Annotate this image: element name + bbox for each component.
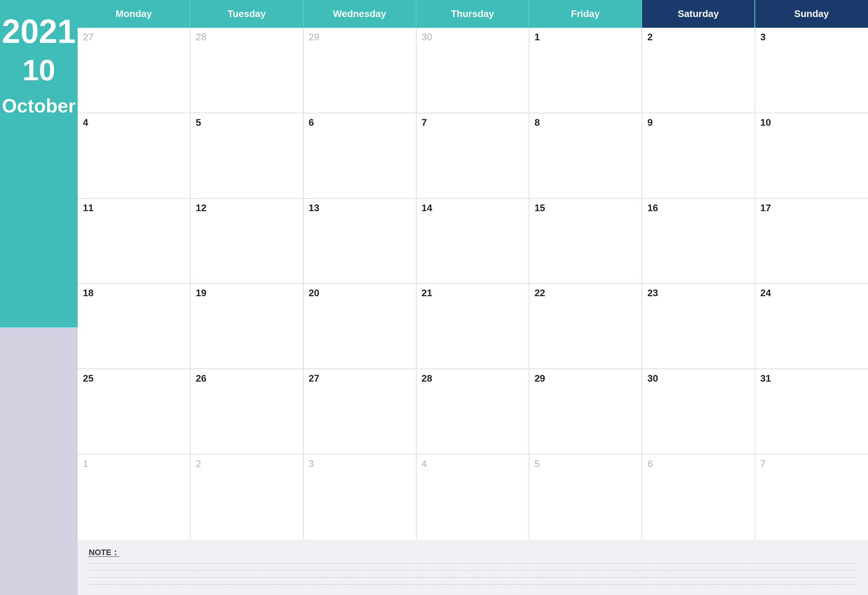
calendar-day-cell[interactable]: 11 [78,199,190,283]
day-number: 27 [309,373,411,384]
calendar-day-cell[interactable]: 24 [755,283,868,369]
calendar-day-cell[interactable]: 23 [642,283,755,369]
sidebar: 2021 10 October [0,0,78,595]
calendar-day-cell[interactable]: 4 [416,455,529,539]
calendar-day-cell[interactable]: 6 [304,113,416,198]
calendar-day-cell[interactable]: 3 [755,28,868,113]
calendar-day-cell[interactable]: 28 [416,369,529,454]
day-number: 3 [760,31,863,43]
header-cell-wednesday: Wednesday [304,0,416,28]
day-number: 22 [534,287,636,299]
day-number: 8 [534,117,636,128]
day-number: 23 [647,287,749,299]
calendar-day-cell[interactable]: 7 [755,455,868,539]
calendar-day-cell[interactable]: 26 [190,369,303,454]
note-label: NOTE： [89,547,857,558]
calendar-day-cell[interactable]: 10 [755,113,868,198]
header-cell-saturday: Saturday [642,0,755,28]
calendar-day-cell[interactable]: 2 [190,455,303,539]
header-cell-friday: Friday [529,0,642,28]
calendar-day-cell[interactable]: 1 [529,28,642,113]
day-number: 4 [422,458,524,470]
day-number: 19 [196,287,298,299]
day-number: 29 [309,31,411,43]
calendar-day-cell[interactable]: 6 [642,455,755,539]
calendar-day-cell[interactable]: 27 [304,369,416,454]
header-cell-monday: Monday [78,0,190,28]
week-row-2: 45678910 [78,113,868,199]
day-number: 7 [422,117,524,128]
calendar-day-cell[interactable]: 31 [755,369,868,454]
calendar-day-cell[interactable]: 15 [529,199,642,283]
calendar-day-cell[interactable]: 8 [529,113,642,198]
day-number: 5 [196,117,298,128]
calendar-day-cell[interactable]: 3 [304,455,416,539]
note-line-2 [89,570,857,571]
calendar-day-cell[interactable]: 7 [416,113,529,198]
calendar-day-cell[interactable]: 30 [642,369,755,454]
calendar-day-cell[interactable]: 29 [529,369,642,454]
day-number: 31 [760,373,863,384]
calendar-header: MondayTuesdayWednesdayThursdayFridaySatu… [78,0,868,28]
day-number: 6 [309,117,411,128]
calendar-day-cell[interactable]: 2 [642,28,755,113]
calendar-day-cell[interactable]: 29 [304,28,416,113]
note-section: NOTE： [78,539,868,595]
day-number: 20 [309,287,411,299]
day-number: 24 [760,287,863,299]
note-line-4 [89,584,857,585]
calendar-day-cell[interactable]: 16 [642,199,755,283]
day-number: 2 [647,31,749,43]
calendar-day-cell[interactable]: 27 [78,28,190,113]
calendar-day-cell[interactable]: 14 [416,199,529,283]
day-number: 2 [196,458,298,470]
calendar-day-cell[interactable]: 22 [529,283,642,369]
calendar-day-cell[interactable]: 1 [78,455,190,539]
calendar-day-cell[interactable]: 17 [755,199,868,283]
day-number: 13 [309,202,411,214]
day-number: 30 [422,31,524,43]
calendar-day-cell[interactable]: 9 [642,113,755,198]
weeks-container: 2728293012345678910111213141516171819202… [78,28,868,539]
sidebar-day-number: 10 [22,56,56,85]
calendar-day-cell[interactable]: 5 [190,113,303,198]
day-number: 18 [83,287,185,299]
day-number: 27 [83,31,185,43]
calendar-day-cell[interactable]: 12 [190,199,303,283]
header-cell-tuesday: Tuesday [190,0,303,28]
day-number: 16 [647,202,749,214]
day-number: 21 [422,287,524,299]
day-number: 1 [83,458,185,470]
day-number: 5 [534,458,636,470]
calendar-day-cell[interactable]: 20 [304,283,416,369]
calendar-day-cell[interactable]: 18 [78,283,190,369]
sidebar-year: 2021 [2,15,76,48]
note-line-1 [89,563,857,564]
week-row-6: 1234567 [78,455,868,539]
day-number: 15 [534,202,636,214]
day-number: 28 [422,373,524,384]
day-number: 25 [83,373,185,384]
day-number: 3 [309,458,411,470]
calendar-day-cell[interactable]: 19 [190,283,303,369]
main-calendar: MondayTuesdayWednesdayThursdayFridaySatu… [78,0,868,595]
calendar-day-cell[interactable]: 4 [78,113,190,198]
calendar-day-cell[interactable]: 13 [304,199,416,283]
calendar-day-cell[interactable]: 25 [78,369,190,454]
calendar-day-cell[interactable]: 28 [190,28,303,113]
calendar-day-cell[interactable]: 30 [416,28,529,113]
week-row-5: 25262728293031 [78,369,868,455]
day-number: 11 [83,202,185,214]
calendar-day-cell[interactable]: 5 [529,455,642,539]
day-number: 29 [534,373,636,384]
day-number: 30 [647,373,749,384]
day-number: 14 [422,202,524,214]
note-line-3 [89,577,857,577]
week-row-3: 11121314151617 [78,199,868,284]
header-cell-thursday: Thursday [416,0,529,28]
calendar-day-cell[interactable]: 21 [416,283,529,369]
day-number: 9 [647,117,749,128]
day-number: 10 [760,117,863,128]
calendar-grid: MondayTuesdayWednesdayThursdayFridaySatu… [78,0,868,539]
day-number: 6 [647,458,749,470]
